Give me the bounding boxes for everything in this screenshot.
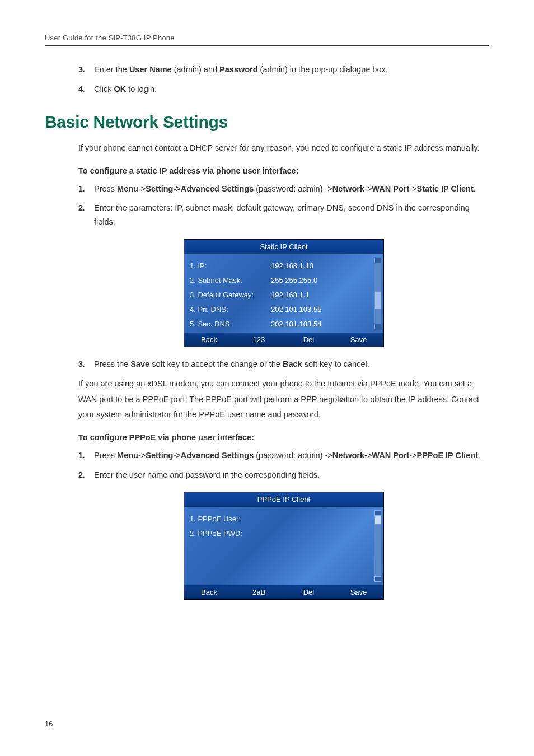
list-item: 2. Enter the parameters: IP, subnet mask… bbox=[78, 201, 489, 228]
text: (admin) and bbox=[174, 65, 219, 74]
text: Enter the bbox=[94, 65, 129, 74]
bold: OK bbox=[114, 85, 126, 94]
text: Press bbox=[94, 184, 117, 193]
scroll-up-icon[interactable] bbox=[374, 510, 381, 516]
text: Press the bbox=[94, 360, 130, 368]
text: -> bbox=[409, 451, 416, 460]
list-item: 1. Press Menu->Setting->Advanced Setting… bbox=[78, 182, 489, 196]
text: -> bbox=[138, 184, 146, 193]
softkey-mode[interactable]: 2aB bbox=[234, 585, 284, 599]
bold: Static IP Client bbox=[417, 184, 474, 193]
bold: Password bbox=[219, 65, 258, 74]
bold: Menu bbox=[117, 184, 138, 193]
text: soft key to cancel. bbox=[305, 360, 369, 368]
bold: Setting->Advanced Settings bbox=[146, 184, 254, 193]
text: Press bbox=[94, 451, 117, 460]
section-heading: Basic Network Settings bbox=[45, 113, 489, 132]
row-val: 202.101.103.54 bbox=[271, 320, 321, 328]
text: (admin) in the pop-up dialogue box. bbox=[260, 65, 388, 74]
bold: Setting->Advanced Settings bbox=[146, 451, 254, 460]
list-item: 2. Enter the user name and password in t… bbox=[78, 468, 489, 482]
ol-num: 3. bbox=[78, 63, 94, 77]
phone-row: 2. Subnet Mask:255.255.255.0 bbox=[190, 273, 372, 288]
text: -> bbox=[409, 184, 416, 193]
text: . bbox=[474, 184, 476, 193]
scroll-thumb[interactable] bbox=[374, 291, 381, 309]
scrollbar[interactable] bbox=[374, 510, 381, 582]
text: -> bbox=[364, 184, 372, 193]
text: Enter the parameters: IP, subnet mask, d… bbox=[94, 201, 489, 228]
phone-screenshot-static-ip: Static IP Client 1. IP:192.168.1.10 2. S… bbox=[184, 239, 384, 347]
sub-heading: To configure PPPoE via phone user interf… bbox=[78, 433, 489, 442]
paragraph: If your phone cannot contact a DHCP serv… bbox=[78, 141, 489, 156]
ol-num: 1. bbox=[78, 449, 94, 463]
text: . bbox=[478, 451, 480, 460]
row-label: 3. Default Gateway: bbox=[190, 291, 271, 299]
phone-title: PPPoE IP Client bbox=[184, 492, 383, 507]
row-label: 4. Pri. DNS: bbox=[190, 305, 271, 314]
scroll-down-icon[interactable] bbox=[374, 576, 381, 582]
bold: WAN Port bbox=[372, 184, 409, 193]
phone-row: 5. Sec. DNS:202.101.103.54 bbox=[190, 317, 372, 332]
bold: Network bbox=[332, 184, 364, 193]
bold: Network bbox=[332, 451, 364, 460]
list-item: 3. Enter the User Name (admin) and Passw… bbox=[78, 63, 489, 77]
bold: WAN Port bbox=[372, 451, 409, 460]
text: (password: admin) -> bbox=[254, 184, 332, 193]
ol-num: 3. bbox=[78, 357, 94, 371]
row-val: 202.101.103.55 bbox=[271, 305, 321, 314]
softkey-del[interactable]: Del bbox=[284, 333, 334, 347]
scroll-down-icon[interactable] bbox=[374, 324, 381, 329]
row-val: 255.255.255.0 bbox=[271, 276, 317, 284]
phone-screenshot-pppoe: PPPoE IP Client 1. PPPoE User: 2. PPPoE … bbox=[184, 492, 384, 600]
text: Enter the user name and password in the … bbox=[94, 468, 320, 482]
ol-num: 4. bbox=[78, 82, 94, 96]
softkey-mode[interactable]: 123 bbox=[234, 333, 284, 347]
ol-num: 2. bbox=[78, 468, 94, 482]
phone-row: 1. IP:192.168.1.10 bbox=[190, 259, 372, 273]
bold: User Name bbox=[129, 65, 172, 74]
paragraph: If you are using an xDSL modem, you can … bbox=[78, 376, 489, 423]
text: -> bbox=[138, 451, 146, 460]
row-label: 5. Sec. DNS: bbox=[190, 320, 271, 328]
scroll-thumb[interactable] bbox=[374, 516, 381, 525]
softkey-back[interactable]: Back bbox=[184, 585, 234, 599]
page-title: User Guide for the SIP-T38G IP Phone bbox=[45, 34, 489, 46]
phone-row: 2. PPPoE PWD: bbox=[190, 526, 372, 540]
text: soft key to accept the change or the bbox=[152, 360, 283, 368]
list-item: 1. Press Menu->Setting->Advanced Setting… bbox=[78, 449, 489, 463]
row-label: 1. IP: bbox=[190, 262, 271, 270]
softkey-back[interactable]: Back bbox=[184, 333, 234, 347]
ol-num: 2. bbox=[78, 201, 94, 228]
list-item: 3. Press the Save soft key to accept the… bbox=[78, 357, 489, 371]
softkey-del[interactable]: Del bbox=[284, 585, 334, 599]
row-label: 2. PPPoE PWD: bbox=[190, 529, 271, 538]
row-val: 192.168.1.10 bbox=[271, 262, 313, 270]
text: to login. bbox=[128, 85, 157, 94]
bold: Save bbox=[130, 360, 149, 368]
text: -> bbox=[364, 451, 372, 460]
bold: PPPoE IP Client bbox=[417, 451, 478, 460]
ol-num: 1. bbox=[78, 182, 94, 196]
row-val: 192.168.1.1 bbox=[271, 291, 310, 299]
scrollbar[interactable] bbox=[374, 258, 381, 329]
softkey-save[interactable]: Save bbox=[334, 585, 383, 599]
bold: Back bbox=[283, 360, 302, 368]
phone-row: 3. Default Gateway:192.168.1.1 bbox=[190, 288, 372, 302]
page-number: 16 bbox=[45, 720, 53, 728]
bold: Menu bbox=[117, 451, 138, 460]
softkey-save[interactable]: Save bbox=[334, 333, 383, 347]
scroll-up-icon[interactable] bbox=[374, 258, 381, 263]
phone-row: 4. Pri. DNS:202.101.103.55 bbox=[190, 302, 372, 317]
phone-title: Static IP Client bbox=[184, 240, 383, 254]
row-label: 2. Subnet Mask: bbox=[190, 276, 271, 284]
row-label: 1. PPPoE User: bbox=[190, 515, 271, 523]
sub-heading: To configure a static IP address via pho… bbox=[78, 166, 489, 175]
phone-row: 1. PPPoE User: bbox=[190, 511, 372, 526]
list-item: 4. Click OK to login. bbox=[78, 82, 489, 96]
text: (password: admin) -> bbox=[254, 451, 332, 460]
text: Click bbox=[94, 85, 114, 94]
